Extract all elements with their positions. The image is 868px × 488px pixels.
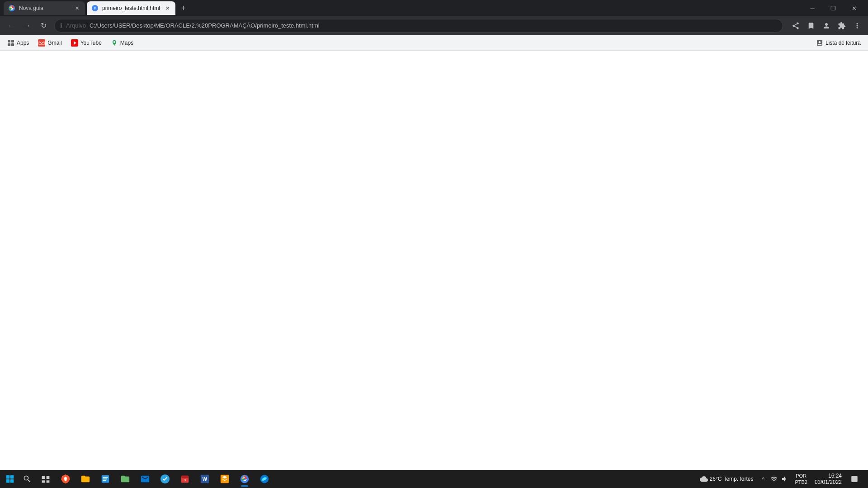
weather-desc: Temp. fortes <box>723 476 753 482</box>
clock-time: 16:24 <box>828 473 842 479</box>
taskbar-clock[interactable]: 16:24 03/01/2022 <box>812 470 844 488</box>
svg-text:W: W <box>203 476 208 482</box>
title-bar: Nova guia ✕ F primeiro_teste.html.html ✕… <box>0 0 868 16</box>
windows-logo-icon <box>5 474 14 483</box>
tray-expand-button[interactable]: ^ <box>758 470 769 488</box>
new-tab-button[interactable]: + <box>177 2 190 14</box>
brave-icon <box>61 474 71 484</box>
taskbar-file-manager[interactable] <box>116 470 135 488</box>
svg-rect-25 <box>181 476 189 479</box>
apps-icon <box>7 39 14 47</box>
profile-button[interactable] <box>819 19 834 33</box>
bookmark-gmail-label: Gmail <box>47 40 61 46</box>
svg-rect-16 <box>10 479 14 483</box>
taskbar-explorer[interactable] <box>76 470 95 488</box>
language-indicator[interactable]: POR PTB2 <box>792 470 810 488</box>
word-icon: W <box>200 474 210 484</box>
forward-button[interactable]: → <box>20 19 34 33</box>
address-bar-container: ← → ↻ ℹ Arquivo C:/Users/USER/Desktop/ME… <box>0 16 868 35</box>
telegram-icon <box>160 474 170 484</box>
taskbar-search-button[interactable] <box>19 471 35 487</box>
more-button[interactable] <box>850 19 864 33</box>
task-view-icon <box>41 474 50 483</box>
arquivo-label: Arquivo <box>66 22 86 29</box>
weather-widget[interactable]: 26°C Temp. fortes <box>697 470 756 488</box>
reading-list-icon <box>816 39 823 47</box>
volume-icon[interactable] <box>779 470 790 488</box>
chrome-taskbar-icon <box>240 474 250 484</box>
svg-point-12 <box>113 41 115 43</box>
language-text: POR PTB2 <box>795 473 807 486</box>
svg-rect-4 <box>8 40 10 42</box>
bookmark-youtube-label: YouTube <box>80 40 102 46</box>
window-controls: ─ ❐ ✕ <box>802 0 864 16</box>
tab-title-nova-guia: Nova guia <box>19 5 70 11</box>
svg-rect-5 <box>11 40 14 42</box>
close-button[interactable]: ✕ <box>844 0 864 16</box>
tab-title-primeiro-teste: primeiro_teste.html.html <box>102 5 160 11</box>
address-bar[interactable]: ℹ Arquivo C:/Users/USER/Desktop/ME/ORACL… <box>54 19 783 33</box>
taskbar-task-view[interactable] <box>36 470 55 488</box>
taskbar: 3 W <box>0 470 868 488</box>
taskbar-telegram[interactable] <box>156 470 175 488</box>
tab-favicon-file: F <box>91 5 99 12</box>
reading-list-button[interactable]: Lista de leitura <box>812 38 864 48</box>
weather-temp: 26°C <box>710 476 722 482</box>
bookmark-apps[interactable]: Apps <box>4 38 33 48</box>
notification-icon <box>850 475 859 483</box>
share-button[interactable] <box>788 19 803 33</box>
taskbar-files[interactable] <box>96 470 115 488</box>
search-icon <box>23 474 32 483</box>
sublime-icon <box>220 474 230 484</box>
svg-text:3: 3 <box>184 479 186 482</box>
explorer-icon <box>80 474 90 484</box>
network-icon[interactable] <box>769 470 779 488</box>
gmail-icon <box>38 39 45 47</box>
bookmark-maps-label: Maps <box>120 40 133 46</box>
taskbar-edge[interactable] <box>255 470 274 488</box>
bookmarks-bar: Apps Gmail YouTube Maps Lista de leitura <box>0 35 868 51</box>
secure-icon: ℹ <box>60 22 62 29</box>
edge-icon <box>259 474 269 484</box>
system-tray: ^ <box>758 470 790 488</box>
back-button[interactable]: ← <box>4 19 18 33</box>
svg-rect-20 <box>103 477 108 478</box>
bookmark-gmail[interactable]: Gmail <box>34 38 65 48</box>
taskbar-mail[interactable] <box>136 470 155 488</box>
svg-rect-21 <box>103 479 107 479</box>
clock-date: 03/01/2022 <box>815 479 842 485</box>
bookmark-youtube[interactable]: YouTube <box>67 38 105 48</box>
taskbar-right: 26°C Temp. fortes ^ POR PTB2 16:24 03/01… <box>697 470 866 488</box>
calendar-icon: 3 <box>180 474 190 484</box>
tab-close-nova-guia[interactable]: ✕ <box>73 5 80 12</box>
svg-rect-7 <box>11 43 14 46</box>
file-manager-icon <box>120 474 130 484</box>
svg-rect-14 <box>10 475 14 479</box>
taskbar-calendar[interactable]: 3 <box>175 470 194 488</box>
svg-rect-13 <box>6 475 10 479</box>
bookmark-apps-label: Apps <box>17 40 29 46</box>
extensions-button[interactable] <box>835 19 849 33</box>
page-content <box>0 51 868 470</box>
taskbar-chrome[interactable] <box>235 470 254 488</box>
url-text: C:/Users/USER/Desktop/ME/ORACLE/2.%20PRO… <box>90 22 777 29</box>
weather-icon <box>700 475 708 483</box>
taskbar-brave[interactable] <box>56 470 75 488</box>
tab-nova-guia[interactable]: Nova guia ✕ <box>4 1 85 15</box>
minimize-button[interactable]: ─ <box>802 0 823 16</box>
tab-primeiro-teste[interactable]: F primeiro_teste.html.html ✕ <box>87 1 175 15</box>
mail-icon <box>140 474 150 484</box>
taskbar-word[interactable]: W <box>195 470 214 488</box>
reading-list-label: Lista de leitura <box>826 40 861 46</box>
tab-close-primeiro-teste[interactable]: ✕ <box>164 5 171 12</box>
svg-rect-22 <box>103 480 106 481</box>
restore-button[interactable]: ❐ <box>823 0 844 16</box>
taskbar-sublime[interactable] <box>215 470 234 488</box>
bookmark-button[interactable] <box>804 19 818 33</box>
reload-button[interactable]: ↻ <box>36 19 51 33</box>
svg-rect-6 <box>8 43 10 46</box>
maps-icon <box>111 39 118 47</box>
notification-button[interactable] <box>846 470 863 488</box>
start-button[interactable] <box>2 471 18 487</box>
bookmark-maps[interactable]: Maps <box>107 38 137 48</box>
